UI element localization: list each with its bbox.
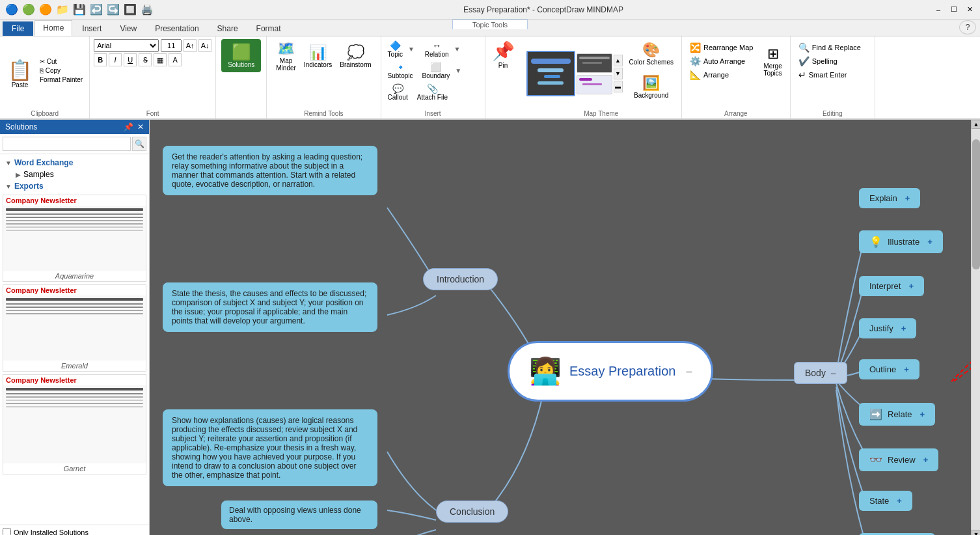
color-schemes-button[interactable]: 🎨 Color Schemes: [627, 39, 676, 68]
tab-home[interactable]: Home: [34, 20, 72, 36]
text-node-conclusion1[interactable]: Show how explanations (causes) are logic…: [163, 409, 377, 486]
relate-plus[interactable]: +: [920, 409, 925, 419]
boundary-button[interactable]: ⬜ Boundary: [421, 61, 452, 81]
illustrate-plus[interactable]: +: [927, 237, 932, 247]
only-installed-checkbox[interactable]: Only Installed Solutions: [3, 528, 146, 535]
merge-topics-button[interactable]: ⊞ Merge Topics: [761, 44, 784, 78]
strikethrough-button[interactable]: S̶: [139, 53, 152, 66]
auto-arrange-button[interactable]: ⚙️ Auto Arrange: [687, 55, 755, 67]
sidebar-close-button[interactable]: ✕: [137, 122, 144, 131]
export-emerald[interactable]: Company Newsletter Emerald: [3, 284, 146, 372]
underline-button[interactable]: U: [124, 53, 137, 66]
callout-button[interactable]: 💬 Callout: [387, 82, 409, 102]
body-minus-button[interactable]: –: [831, 368, 836, 378]
state-plus[interactable]: +: [897, 496, 902, 506]
text-node-conclusion2[interactable]: Deal with opposing views unless done abo…: [221, 501, 377, 529]
vscroll-thumb[interactable]: [972, 139, 980, 269]
relation-button[interactable]: ↔️ Relation: [424, 39, 450, 59]
maximize-button[interactable]: ☐: [949, 5, 959, 15]
theme-scroll-down[interactable]: ▼: [614, 68, 623, 79]
topic-button[interactable]: 🔷 Topic: [387, 39, 404, 59]
pin-button[interactable]: 📌 Pin: [489, 39, 517, 70]
sidebar: Solutions 📌 ✕ 🔍 ▼ Word Exchange ▶ Sample…: [0, 120, 150, 535]
state-node[interactable]: State +: [859, 491, 912, 511]
search-button[interactable]: 🔍: [132, 137, 146, 151]
font-grow-button[interactable]: A↑: [184, 39, 197, 52]
attach-icon: 📎: [427, 83, 438, 94]
paste-button[interactable]: 📋 Paste: [4, 57, 36, 90]
word-exchange-item[interactable]: ▼ Word Exchange: [3, 157, 146, 169]
interpret-node[interactable]: Interpret +: [859, 276, 924, 296]
export-aquamarine[interactable]: Company Newsletter Aquamarine: [3, 195, 146, 282]
interpret-plus[interactable]: +: [908, 281, 914, 291]
text-node-intro1[interactable]: Get the reader's attention by asking a l…: [163, 146, 377, 195]
only-installed-label: Only Installed Solutions: [14, 528, 88, 536]
theme-thumb-2[interactable]: [577, 75, 612, 94]
exports-item[interactable]: ▼ Exports: [3, 180, 146, 192]
illustrate-node[interactable]: 💡 Illustrate +: [859, 230, 943, 253]
theme-main-thumb[interactable]: [526, 51, 575, 96]
theme-scroll-up[interactable]: ▲: [614, 55, 623, 66]
outline-plus[interactable]: +: [904, 364, 909, 374]
attach-file-button[interactable]: 📎 Attach File: [416, 82, 449, 102]
tab-share[interactable]: Share: [209, 21, 247, 36]
map-minder-button[interactable]: 🗺️ MapMinder: [273, 39, 299, 73]
copy-button[interactable]: ⎘ Copy: [37, 66, 85, 75]
map-theme-label: Map Theme: [521, 110, 681, 117]
conclusion-node[interactable]: Conclusion: [436, 501, 508, 523]
tab-file[interactable]: File: [3, 21, 33, 36]
introduction-node[interactable]: Introduction: [423, 268, 498, 290]
solutions-button[interactable]: 🟩 Solutions: [221, 39, 261, 72]
samples-item[interactable]: ▶ Samples: [3, 169, 146, 180]
font-size-input[interactable]: [161, 39, 182, 52]
relate-node[interactable]: ➡️ Relate +: [859, 403, 935, 426]
theme-thumb-1[interactable]: [577, 53, 612, 73]
arrange-button[interactable]: 📐 Arrange: [687, 69, 755, 81]
format-painter-button[interactable]: Format Painter: [37, 75, 85, 84]
tab-format[interactable]: Format: [248, 21, 290, 36]
outline-node[interactable]: Outline +: [859, 359, 919, 379]
explain-node[interactable]: Explain +: [859, 188, 920, 208]
text-node-intro2[interactable]: State the thesis, the causes and effects…: [163, 282, 377, 332]
font-family-select[interactable]: Arial: [94, 39, 159, 52]
search-input[interactable]: [3, 137, 131, 151]
explain-plus[interactable]: +: [905, 193, 910, 203]
cut-button[interactable]: ✂ Cut: [37, 57, 85, 66]
subtopic-button[interactable]: 🔹 Subtopic: [387, 61, 415, 81]
indicators-button[interactable]: 📊 Indicators: [301, 43, 334, 70]
rearrange-map-button[interactable]: 🔀 Rearrange Map: [687, 42, 755, 53]
close-button[interactable]: ✕: [964, 5, 975, 15]
minimize-button[interactable]: –: [933, 5, 944, 15]
brainstorm-button[interactable]: 💭 Brainstorm: [337, 43, 374, 70]
title-bar: 🔵 🟢 🟠 📁 💾 ↩️ ↪️ 🔲 🖨️ Essay Preparation* …: [0, 0, 980, 20]
only-installed-input[interactable]: [3, 528, 11, 535]
tab-presentation[interactable]: Presentation: [146, 21, 207, 36]
bold-button[interactable]: B: [94, 53, 107, 66]
vscroll-up[interactable]: ▲: [972, 120, 980, 129]
tab-view[interactable]: View: [111, 21, 145, 36]
vertical-scrollbar[interactable]: ▲ ▼: [971, 120, 980, 535]
italic-button[interactable]: I: [109, 53, 122, 66]
font-color-button[interactable]: A: [169, 53, 182, 66]
export-garnet[interactable]: Company Newsletter Garnet: [3, 374, 146, 474]
vscroll-down[interactable]: ▼: [972, 530, 980, 535]
central-minus-button[interactable]: –: [686, 366, 692, 377]
central-node[interactable]: 👩‍💻 Essay Preparation –: [508, 341, 713, 402]
theme-expand[interactable]: ▬: [614, 81, 623, 92]
background-button[interactable]: 🖼️ Background: [627, 72, 676, 102]
justify-node[interactable]: Justify +: [859, 318, 916, 338]
canvas[interactable]: Get the reader's attention by asking a l…: [150, 120, 971, 535]
spelling-button[interactable]: ✔️ Spelling: [796, 55, 869, 67]
find-replace-button[interactable]: 🔍 Find & Replace: [796, 42, 869, 53]
callout-icon: 💬: [392, 83, 403, 94]
smart-enter-button[interactable]: ↵ Smart Enter: [796, 69, 869, 81]
justify-plus[interactable]: +: [901, 323, 906, 333]
body-node[interactable]: Body –: [794, 362, 847, 384]
font-shrink-button[interactable]: A↓: [198, 39, 211, 52]
help-button[interactable]: ?: [959, 20, 976, 34]
sidebar-pin-button[interactable]: 📌: [124, 122, 133, 131]
highlight-button[interactable]: ▦: [154, 53, 167, 66]
review-plus[interactable]: +: [923, 455, 929, 465]
review-node[interactable]: 👓 Review +: [859, 448, 938, 471]
tab-insert[interactable]: Insert: [74, 21, 110, 36]
